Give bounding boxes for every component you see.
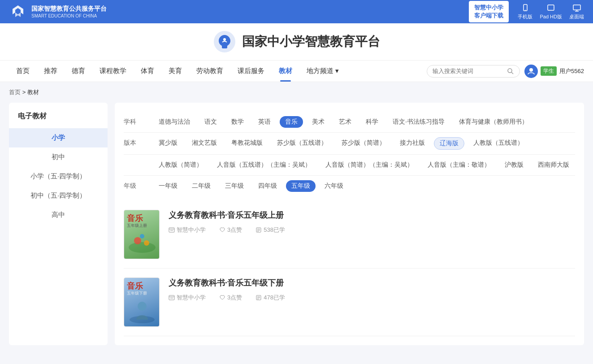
study-icon-1 <box>255 227 262 233</box>
nav-tiyu[interactable]: 体育 <box>134 61 161 82</box>
breadcrumb: 首页 > 教材 <box>0 82 593 103</box>
edition-filter-row: 版本 冀少版 湘文艺版 粤教花城版 苏少版（五线谱） 苏少版（简谱） 接力社版 … <box>124 133 575 155</box>
logo-sub: SMART EDUCATION OF CHINA <box>31 13 107 19</box>
edition-tags: 冀少版 湘文艺版 粤教花城版 苏少版（五线谱） 苏少版（简谱） 接力社版 辽海版… <box>153 137 529 150</box>
tag-sushao-jianpu[interactable]: 苏少版（简谱） <box>336 137 391 150</box>
nav-kehougongfu[interactable]: 课后服务 <box>230 61 272 82</box>
sidebar: 电子教材 小学 初中 小学（五·四学制） 初中（五·四学制） 高中 <box>9 103 108 345</box>
sidebar-item-gaozhong[interactable]: 高中 <box>9 205 108 225</box>
tag-grade3[interactable]: 三年级 <box>220 180 249 192</box>
breadcrumb-current: 教材 <box>27 89 39 95</box>
edition-label2 <box>124 159 146 161</box>
tag-meishu[interactable]: 美术 <box>307 116 330 128</box>
nav-laodong[interactable]: 劳动教育 <box>189 61 230 82</box>
tag-kexue[interactable]: 科学 <box>360 116 384 128</box>
book-title-2[interactable]: 义务教育教科书·音乐五年级下册 <box>169 277 575 288</box>
main-content: 电子教材 小学 初中 小学（五·四学制） 初中（五·四学制） 高中 学科 道德与… <box>0 103 593 354</box>
grade-filter-row: 年级 一年级 二年级 三年级 四年级 五年级 六年级 <box>124 176 575 196</box>
device-icons: 手机版 Pad HD版 桌面端 <box>518 4 584 20</box>
nav-deyu[interactable]: 德育 <box>65 61 92 82</box>
search-input[interactable] <box>433 68 504 74</box>
svg-point-14 <box>134 237 141 244</box>
tag-jieli[interactable]: 接力社版 <box>394 137 430 150</box>
desktop-device[interactable]: 桌面端 <box>569 4 584 20</box>
breadcrumb-home[interactable]: 首页 <box>9 89 21 95</box>
nav-links: 首页 推荐 德育 课程教学 体育 美育 劳动教育 课后服务 教材 地方频道 ▾ <box>9 61 346 82</box>
book-title-1[interactable]: 义务教育教科书·音乐五年级上册 <box>169 210 575 221</box>
book-cover-1[interactable]: 音乐 五年级上册 <box>124 210 160 259</box>
sidebar-item-chuzhong[interactable]: 初中 <box>9 147 108 167</box>
tag-grade6[interactable]: 六年级 <box>319 180 349 192</box>
sidebar-item-xiaoxue54[interactable]: 小学（五·四学制） <box>9 167 108 186</box>
tag-yishu[interactable]: 艺术 <box>333 116 357 128</box>
download-button[interactable]: 智慧中小学 客户端下载 <box>469 1 509 22</box>
mobile-device[interactable]: 手机版 <box>518 4 532 20</box>
book-cover-2[interactable]: 音乐 五年级下册 <box>124 277 160 327</box>
tag-yingyu[interactable]: 英语 <box>253 116 276 128</box>
subject-label: 学科 <box>124 116 146 126</box>
tag-renyinban-wuxian-wubin[interactable]: 人音版（五线谱）（主编：吴斌） <box>212 159 316 171</box>
sidebar-item-chuzhong54[interactable]: 初中（五·四学制） <box>9 186 108 205</box>
edition-filter-row2: 人教版（简谱） 人音版（五线谱）（主编：吴斌） 人音版（简谱）（主编：吴斌） 人… <box>124 155 575 176</box>
logo-area: 国家智慧教育公共服务平台 SMART EDUCATION OF CHINA <box>9 3 107 21</box>
tag-shuxue[interactable]: 数学 <box>226 116 249 128</box>
search-icon[interactable] <box>507 68 514 75</box>
tablet-icon <box>546 4 555 13</box>
search-box <box>427 65 520 78</box>
pad-label: Pad HD版 <box>540 13 562 20</box>
tag-jishao[interactable]: 冀少版 <box>153 137 183 150</box>
user-avatar[interactable] <box>524 65 538 78</box>
nav-recommend[interactable]: 推荐 <box>37 61 65 82</box>
nav-kecheng[interactable]: 课程教学 <box>92 61 134 82</box>
svg-point-10 <box>508 69 512 73</box>
book-item-2: 音乐 五年级下册 义务教育教科书·音乐五年级下册 <box>124 269 575 336</box>
like-icon-2 <box>219 295 225 301</box>
pad-device[interactable]: Pad HD版 <box>540 4 562 20</box>
tag-renyinban-jianpu-wubin[interactable]: 人音版（简谱）（主编：吴斌） <box>320 159 419 171</box>
tag-renyinban-jingpu[interactable]: 人音版（主编：敬谱） <box>422 159 496 171</box>
tag-daode[interactable]: 道德与法治 <box>153 116 195 128</box>
tag-grade2[interactable]: 二年级 <box>186 180 216 192</box>
publisher-icon-2 <box>169 295 175 301</box>
nav-home[interactable]: 首页 <box>9 61 37 82</box>
tag-hujiaoba[interactable]: 沪教版 <box>499 159 529 171</box>
breadcrumb-separator: > <box>22 89 27 95</box>
nav-difang[interactable]: 地方频道 ▾ <box>299 61 346 82</box>
nav-meiyu[interactable]: 美育 <box>161 61 189 82</box>
book-studies-2: 478已学 <box>255 294 285 302</box>
tag-renjiaoban-jianpu[interactable]: 人教版（简谱） <box>153 159 208 171</box>
tag-grade5[interactable]: 五年级 <box>286 180 316 192</box>
tag-sushao-wuxian[interactable]: 苏少版（五线谱） <box>272 137 333 150</box>
book-cover-label-2: 音乐 <box>127 281 143 291</box>
book-info-1: 义务教育教科书·音乐五年级上册 智慧中小学 <box>169 210 575 234</box>
book-publisher-1: 智慧中小学 <box>169 226 206 234</box>
svg-line-11 <box>511 72 513 74</box>
tag-xuenanshida[interactable]: 西南师大版 <box>532 159 575 171</box>
mobile-icon <box>521 4 530 13</box>
edition-label: 版本 <box>124 137 146 147</box>
tag-liaohai[interactable]: 辽海版 <box>434 137 464 150</box>
svg-point-15 <box>144 240 149 246</box>
tag-yuwen-shufa[interactable]: 语文·书法练习指导 <box>387 116 450 128</box>
tag-renjiaoban-wuxian[interactable]: 人教版（五线谱） <box>468 137 529 150</box>
tag-tiyu-jian[interactable]: 体育与健康（教师用书） <box>454 116 533 128</box>
tag-yinyue[interactable]: 音乐 <box>280 116 303 128</box>
sidebar-item-xiaoxue[interactable]: 小学 <box>9 128 108 147</box>
tag-xiangwenyi[interactable]: 湘文艺版 <box>186 137 222 150</box>
tag-yuejiaohuacheng[interactable]: 粤教花城版 <box>226 137 268 150</box>
books-list: 音乐 五年级上册 义务教育教科书·音乐五年级上册 <box>124 201 575 336</box>
nav-jiaocai[interactable]: 教材 <box>272 61 299 82</box>
avatar-icon <box>527 67 535 75</box>
top-header: 国家智慧教育公共服务平台 SMART EDUCATION OF CHINA 智慧… <box>0 0 593 23</box>
svg-point-9 <box>223 38 226 41</box>
svg-rect-3 <box>548 5 554 10</box>
svg-point-25 <box>138 302 147 311</box>
mobile-label: 手机版 <box>518 13 532 20</box>
tag-grade4[interactable]: 四年级 <box>253 180 282 192</box>
sidebar-title: 电子教材 <box>9 112 108 128</box>
tag-grade1[interactable]: 一年级 <box>153 180 183 192</box>
logo-text: 国家智慧教育公共服务平台 SMART EDUCATION OF CHINA <box>31 4 107 18</box>
book-item: 音乐 五年级上册 义务教育教科书·音乐五年级上册 <box>124 201 575 269</box>
tag-yuwen[interactable]: 语文 <box>199 116 222 128</box>
platform-header: 国家中小学智慧教育平台 <box>0 23 593 61</box>
